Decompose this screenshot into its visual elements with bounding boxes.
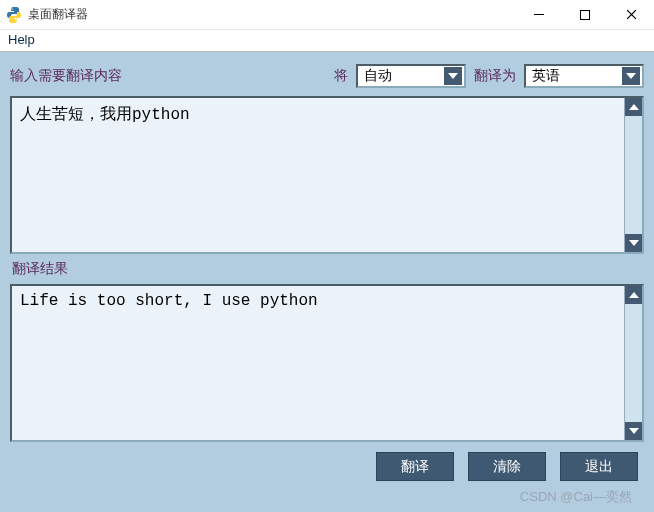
input-textarea[interactable]: 人生苦短，我用python	[12, 98, 624, 252]
input-textarea-wrap: 人生苦短，我用python	[10, 96, 644, 254]
svg-rect-3	[581, 10, 590, 19]
input-label: 输入需要翻译内容	[10, 67, 122, 85]
exit-button[interactable]: 退出	[560, 452, 638, 481]
to-label: 翻译为	[474, 67, 516, 85]
client-area: 输入需要翻译内容 将 自动 翻译为 英语 人生苦短，我用python 翻	[0, 52, 654, 512]
scroll-up-icon[interactable]	[625, 98, 642, 116]
menu-help[interactable]: Help	[8, 32, 35, 47]
from-label: 将	[334, 67, 348, 85]
top-row: 输入需要翻译内容 将 自动 翻译为 英语	[10, 62, 644, 90]
input-scrollbar[interactable]	[624, 98, 642, 252]
window-controls	[516, 0, 654, 30]
svg-point-1	[15, 20, 16, 21]
to-language-dropdown[interactable]: 英语	[524, 64, 644, 88]
app-icon	[6, 7, 22, 23]
output-textarea[interactable]: Life is too short, I use python	[12, 286, 624, 440]
titlebar: 桌面翻译器	[0, 0, 654, 30]
close-button[interactable]	[608, 0, 654, 30]
from-language-value: 自动	[364, 67, 444, 85]
scroll-down-icon[interactable]	[625, 234, 642, 252]
minimize-button[interactable]	[516, 0, 562, 30]
output-label: 翻译结果	[12, 260, 642, 278]
svg-rect-2	[534, 14, 544, 15]
button-row: 翻译 清除 退出	[10, 452, 644, 481]
maximize-button[interactable]	[562, 0, 608, 30]
chevron-down-icon	[444, 67, 462, 85]
clear-button[interactable]: 清除	[468, 452, 546, 481]
scroll-down-icon[interactable]	[625, 422, 642, 440]
output-scrollbar[interactable]	[624, 286, 642, 440]
to-language-value: 英语	[532, 67, 622, 85]
output-textarea-wrap: Life is too short, I use python	[10, 284, 644, 442]
menubar: Help	[0, 30, 654, 52]
from-language-dropdown[interactable]: 自动	[356, 64, 466, 88]
scroll-up-icon[interactable]	[625, 286, 642, 304]
svg-point-0	[11, 8, 12, 9]
window-title: 桌面翻译器	[28, 6, 516, 23]
translate-button[interactable]: 翻译	[376, 452, 454, 481]
chevron-down-icon	[622, 67, 640, 85]
